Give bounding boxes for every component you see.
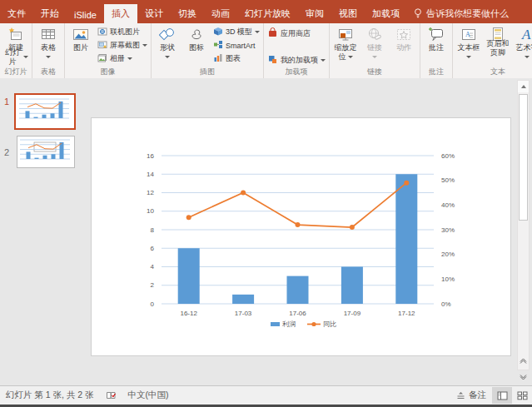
- slide-2-number: 2: [4, 147, 9, 157]
- tab-insert[interactable]: 插入: [104, 4, 137, 23]
- svg-text:17-03: 17-03: [235, 310, 252, 317]
- chart[interactable]: 02468101214160%10%20%30%40%50%60%16-1217…: [92, 118, 512, 357]
- svg-text:50%: 50%: [441, 176, 455, 184]
- tell-me-box[interactable]: 告诉我你想要做什么: [407, 4, 515, 23]
- group-table: 表格 表格: [32, 23, 65, 78]
- svg-text:利润: 利润: [282, 320, 296, 328]
- tab-addins[interactable]: 加载项: [365, 4, 407, 23]
- svg-text:40%: 40%: [441, 201, 455, 209]
- svg-text:同比: 同比: [323, 320, 336, 328]
- language-indicator[interactable]: 中文(中国): [122, 390, 175, 401]
- duck-icon: [189, 25, 204, 43]
- screenshot-button[interactable]: 屏幕截图: [96, 39, 149, 52]
- slide-thumbnail-2[interactable]: [17, 136, 75, 168]
- slide-1-number: 1: [4, 97, 9, 107]
- online-pictures-button[interactable]: 联机图片: [96, 26, 149, 38]
- icons-button[interactable]: 图标: [182, 24, 211, 53]
- smartart-button[interactable]: SmartArt: [211, 39, 261, 52]
- group-illustrations: 形状 图标 3D 模型: [152, 23, 264, 78]
- group-addins: 应用商店 我的加载项 加载项: [264, 23, 330, 78]
- tab-slideshow[interactable]: 幻灯片放映: [237, 4, 298, 23]
- spellcheck-icon: [106, 390, 117, 400]
- slide-thumbnail-1[interactable]: [14, 93, 76, 130]
- spellcheck-button[interactable]: [100, 390, 122, 400]
- action-star-icon: [395, 25, 412, 43]
- group-label-text: 文本: [455, 67, 532, 78]
- group-label-images: 图像: [67, 67, 149, 78]
- link-globe-icon: [366, 25, 383, 43]
- tab-file[interactable]: 文件: [0, 4, 33, 23]
- tab-review[interactable]: 审阅: [298, 4, 331, 23]
- photo-album-button[interactable]: 相册: [96, 52, 149, 65]
- svg-text:20%: 20%: [441, 251, 455, 258]
- normal-view-button[interactable]: [492, 387, 512, 404]
- store-button[interactable]: 应用商店: [266, 27, 327, 40]
- group-label-illustrations: 插图: [153, 67, 261, 78]
- svg-text:17-09: 17-09: [344, 310, 361, 317]
- svg-text:6: 6: [151, 245, 155, 252]
- tab-animations[interactable]: 动画: [204, 4, 237, 23]
- slide-canvas[interactable]: 02468101214160%10%20%30%40%50%60%16-1217…: [91, 117, 511, 356]
- 3d-model-icon: [213, 27, 223, 37]
- picture-icon: [72, 25, 89, 43]
- chevron-down-icon: [372, 56, 377, 58]
- powerpoint-window: 文件 开始 iSlide 插入 设计 切换 动画 幻灯片放映 审阅 视图 加载项…: [0, 0, 532, 407]
- tab-view[interactable]: 视图: [331, 4, 365, 23]
- scroll-up-button[interactable]: [518, 81, 529, 92]
- group-images: 图片 联机图片 屏幕截图 相册: [65, 23, 152, 78]
- up-arrow-icon: [521, 85, 526, 88]
- chevron-down-icon: [348, 56, 353, 58]
- new-slide-icon: [8, 25, 23, 43]
- vertical-scrollbar[interactable]: [517, 80, 530, 370]
- header-footer-button[interactable]: 页眉和页脚: [484, 24, 512, 53]
- zoom-slides-icon: [337, 25, 354, 43]
- group-comments: 批注 批注: [420, 23, 453, 78]
- shapes-button[interactable]: 形状: [153, 24, 181, 62]
- tab-islide[interactable]: iSlide: [67, 7, 104, 23]
- wordart-icon: A: [519, 25, 532, 43]
- scrollbar-thumb[interactable]: [519, 94, 528, 221]
- my-addins-icon: [267, 54, 278, 66]
- slide-sorter-icon: [517, 391, 528, 400]
- svg-text:30%: 30%: [441, 226, 455, 234]
- action-button[interactable]: 动作: [390, 24, 418, 53]
- shapes-icon: [159, 25, 176, 43]
- group-label-addins: 加载项: [266, 67, 327, 78]
- zoom-button[interactable]: 缩放定 位: [331, 24, 360, 62]
- svg-text:16-12: 16-12: [180, 310, 197, 317]
- link-button[interactable]: 链接: [360, 24, 389, 62]
- title-bar: 文件 开始 iSlide 插入 设计 切换 动画 幻灯片放映 审阅 视图 加载项…: [0, 0, 532, 23]
- 3d-model-button[interactable]: 3D 模型: [211, 26, 261, 38]
- group-text: A 文本框 页眉和页脚 A 艺术字: [453, 23, 532, 78]
- tab-design[interactable]: 设计: [137, 4, 171, 23]
- slide-thumbnail-chart: [17, 136, 72, 165]
- slide-thumbnail-chart: [17, 96, 72, 124]
- group-label-comments: 批注: [422, 67, 450, 78]
- slide-counter[interactable]: 幻灯片 第 1 张, 共 2 张: [0, 390, 100, 401]
- slide-sorter-view-button[interactable]: [512, 387, 532, 404]
- picture-button[interactable]: 图片: [67, 24, 95, 53]
- textbox-button[interactable]: A 文本框: [455, 24, 483, 62]
- comment-button[interactable]: 批注: [422, 24, 450, 53]
- next-slide-button[interactable]: [520, 369, 527, 384]
- chart-button[interactable]: 图表: [211, 52, 261, 65]
- svg-text:10%: 10%: [441, 275, 455, 283]
- chevron-down-icon: [255, 31, 260, 33]
- notes-button[interactable]: 备注: [450, 390, 492, 401]
- new-slide-button[interactable]: 新建 幻灯片: [2, 24, 30, 62]
- photo-album-icon: [97, 53, 107, 64]
- previous-slide-button[interactable]: [520, 352, 527, 367]
- comment-bubble-icon: [428, 25, 445, 43]
- group-label-slides: 幻灯片: [2, 67, 30, 78]
- smartart-icon: [213, 40, 223, 51]
- wordart-button[interactable]: A 艺术字: [513, 24, 532, 62]
- svg-text:8: 8: [151, 226, 155, 234]
- chart-icon: [213, 53, 223, 64]
- tab-transitions[interactable]: 切换: [171, 4, 204, 23]
- svg-text:16: 16: [147, 152, 154, 160]
- my-addins-button[interactable]: 我的加载项: [266, 53, 327, 67]
- table-button[interactable]: 表格: [34, 24, 62, 62]
- svg-text:17-06: 17-06: [289, 310, 306, 317]
- tab-home[interactable]: 开始: [33, 4, 67, 23]
- svg-text:A: A: [521, 27, 531, 42]
